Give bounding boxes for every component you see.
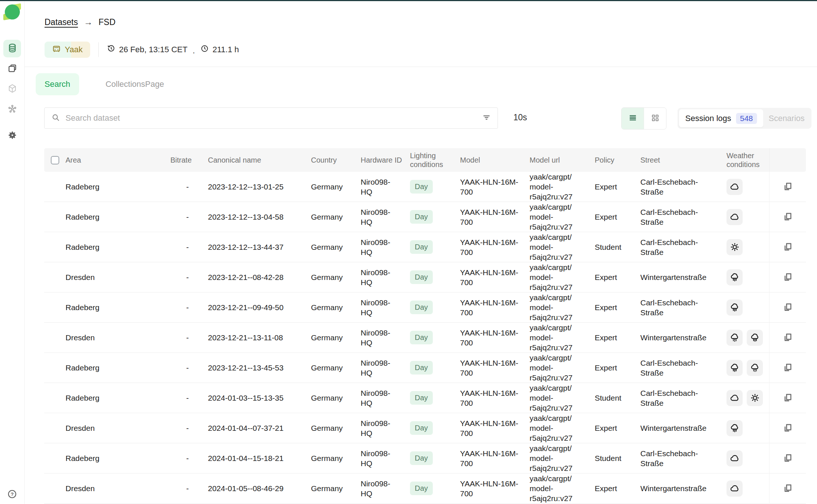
cell-policy: Expert <box>595 333 640 342</box>
column-header-country[interactable]: Country <box>311 156 361 164</box>
cell-area: Radeberg <box>66 242 170 252</box>
column-header-lighting-conditions[interactable]: Lighting conditions <box>410 151 460 169</box>
copy-button[interactable] <box>783 272 793 282</box>
app-logo[interactable] <box>3 3 22 21</box>
cell-bitrate: - <box>170 333 193 342</box>
table-row[interactable]: Dresden - 2024-01-05--08-46-29 Germany N… <box>44 473 806 504</box>
search-input[interactable] <box>66 113 477 123</box>
copy-button[interactable] <box>783 182 793 192</box>
cell-country: Germany <box>311 272 361 282</box>
session-logs-segment[interactable]: Session logs 548 <box>679 109 763 127</box>
cell-canonical-name: 2023-12-12--13-01-25 <box>193 182 311 192</box>
lighting-day-pill: Day <box>410 451 433 465</box>
copy-button[interactable] <box>783 333 793 342</box>
cell-country: Germany <box>311 242 361 252</box>
collections-icon <box>7 63 17 75</box>
table-row[interactable]: Radeberg - 2023-12-12--13-01-25 Germany … <box>44 172 806 202</box>
list-view-icon <box>628 113 637 124</box>
recorded-at-text: 26 Feb, 13:15 CET <box>119 45 188 54</box>
column-header-bitrate[interactable]: Bitrate <box>170 156 193 164</box>
rain-icon <box>747 330 763 346</box>
breadcrumb-datasets-link[interactable]: Datasets <box>45 17 78 27</box>
table-row[interactable]: Radeberg - 2024-01-03--15-13-35 Germany … <box>44 383 806 413</box>
window-top-strip <box>0 0 817 1</box>
lighting-day-pill: Day <box>410 210 433 224</box>
cell-area: Dresden <box>66 483 170 493</box>
column-header-canonical-name[interactable]: Canonical name <box>193 156 311 164</box>
cell-model-url: yaak/​cargpt/​model-​r5ajq2ru:v27 <box>530 232 595 262</box>
cell-actions <box>769 232 806 262</box>
sidebar-item-packages[interactable] <box>3 80 21 98</box>
lighting-day-pill: Day <box>410 361 433 375</box>
clock-icon <box>200 44 209 55</box>
cell-canonical-name: 2024-01-04--07-37-21 <box>193 423 311 433</box>
column-header-weather-conditions[interactable]: Weather conditions <box>726 151 769 169</box>
column-header-area[interactable]: Area <box>66 156 170 164</box>
copy-button[interactable] <box>783 212 793 222</box>
table-row[interactable]: Dresden - 2024-01-04--07-37-21 Germany N… <box>44 413 806 443</box>
table-row[interactable]: Radeberg - 2023-12-21--13-45-53 Germany … <box>44 353 806 383</box>
cell-hardware-id: Niro098-HQ <box>361 177 410 197</box>
rain-icon <box>726 360 743 376</box>
dataset-kit-badge[interactable]: Yaak <box>45 42 90 58</box>
cell-weather-conditions <box>726 179 769 195</box>
tab-search[interactable]: Search <box>36 73 79 95</box>
select-all-checkbox[interactable] <box>51 156 59 164</box>
cell-bitrate: - <box>170 302 193 312</box>
column-header-street[interactable]: Street <box>640 156 726 164</box>
cell-policy: Expert <box>595 363 640 373</box>
cloud-icon <box>726 179 743 195</box>
cell-country: Germany <box>311 363 361 373</box>
cell-model: YAAK-HLN-16M-700 <box>460 358 530 378</box>
column-header-model[interactable]: Model <box>460 156 530 164</box>
cell-actions <box>769 413 806 443</box>
cell-country: Germany <box>311 453 361 463</box>
table-row[interactable]: Dresden - 2023-12-21--13-11-08 Germany N… <box>44 323 806 353</box>
copy-button[interactable] <box>783 242 793 252</box>
cell-model-url: yaak/​cargpt/​model-​r5ajq2ru:v27 <box>530 202 595 232</box>
lighting-day-pill: Day <box>410 301 433 314</box>
table-row[interactable]: Radeberg - 2024-01-04--15-18-21 Germany … <box>44 443 806 473</box>
table-row[interactable]: Dresden - 2023-12-21--08-42-28 Germany N… <box>44 262 806 292</box>
search-icon <box>51 113 60 124</box>
cell-policy: Expert <box>595 182 640 192</box>
copy-button[interactable] <box>783 453 793 463</box>
cell-policy: Expert <box>595 423 640 433</box>
cell-model: YAAK-HLN-16M-700 <box>460 237 530 257</box>
table-row[interactable]: Radeberg - 2023-12-12--13-04-58 Germany … <box>44 202 806 232</box>
sidebar-item-help[interactable]: ? <box>3 486 21 504</box>
copy-button[interactable] <box>783 302 793 312</box>
logo-circle <box>5 4 20 19</box>
sidebar-item-graph[interactable] <box>3 101 21 118</box>
scenarios-segment[interactable]: Scenarios <box>763 114 810 123</box>
list-view-button[interactable] <box>622 108 644 129</box>
tab-collections-page[interactable]: CollectionsPage <box>97 73 173 95</box>
column-header-model-url[interactable]: Model url <box>530 156 595 164</box>
column-header-hardware-id[interactable]: Hardware ID <box>361 156 410 164</box>
cell-lighting-conditions: Day <box>410 421 460 435</box>
cell-hardware-id: Niro098-HQ <box>361 237 410 257</box>
cloud-icon <box>726 480 743 497</box>
cell-model-url: yaak/​cargpt/​model-​r5ajq2ru:v27 <box>530 172 595 202</box>
cell-policy: Expert <box>595 212 640 222</box>
copy-button[interactable] <box>783 423 793 433</box>
column-header-actions <box>769 148 806 172</box>
cell-country: Germany <box>311 302 361 312</box>
sidebar-item-settings[interactable] <box>3 127 21 145</box>
lighting-day-pill: Day <box>410 270 433 284</box>
column-header-policy[interactable]: Policy <box>595 156 640 164</box>
sidebar-item-datasets[interactable] <box>3 40 21 57</box>
copy-button[interactable] <box>783 363 793 373</box>
rain-icon <box>726 420 743 436</box>
cell-model: YAAK-HLN-16M-700 <box>460 267 530 287</box>
filter-icon[interactable] <box>482 113 491 123</box>
cell-weather-conditions <box>726 299 769 316</box>
cell-model-url: yaak/​cargpt/​model-​r5ajq2ru:v27 <box>530 323 595 352</box>
cell-street: Carl-Eschebach-Straße <box>640 298 726 317</box>
table-row[interactable]: Radeberg - 2023-12-21--09-49-50 Germany … <box>44 292 806 323</box>
copy-button[interactable] <box>783 393 793 403</box>
sidebar-item-collections[interactable] <box>3 60 21 78</box>
table-row[interactable]: Radeberg - 2023-12-12--13-44-37 Germany … <box>44 232 806 262</box>
grid-view-button[interactable] <box>644 108 666 129</box>
copy-button[interactable] <box>783 483 793 493</box>
